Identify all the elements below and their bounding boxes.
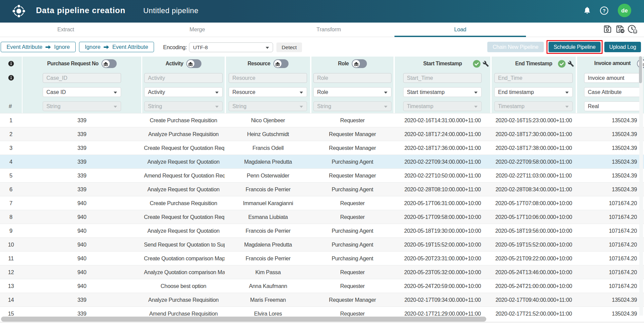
svg-text:?: ? <box>603 8 606 13</box>
